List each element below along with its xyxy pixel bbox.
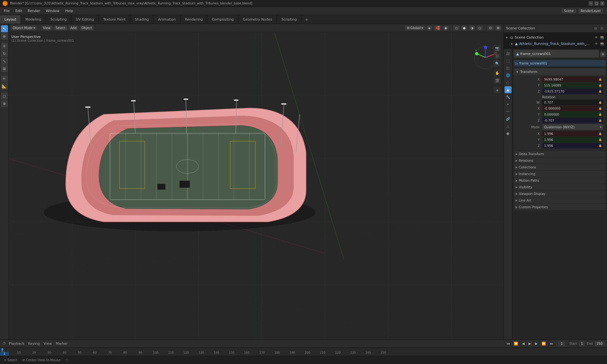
instancing-header[interactable]: ▶ Instancing [514,171,606,177]
tab-add[interactable]: + [302,15,312,24]
object-mode-dropdown[interactable]: Object Mode ▾ [11,26,37,30]
tab-shading[interactable]: Shading [130,15,154,24]
location-y-field[interactable]: 515.16089 🔒 [542,82,603,88]
rotation-mode-dropdown[interactable]: Quaternion (WXYZ) ▾ [542,124,603,130]
add-tool[interactable]: ⊕ [1,100,8,107]
tab-rendering[interactable]: Rendering [181,15,207,24]
render-layer-selector[interactable]: RenderLayer [578,9,603,13]
custom-properties-header[interactable]: ▶ Custom Properties [514,204,606,210]
timeline-ruler[interactable]: 1 10 20 30 40 50 60 70 80 90 100 110 120… [0,348,607,356]
outliner-options-icon[interactable]: ☰ [599,26,604,31]
select-menu[interactable]: Select [54,26,67,30]
cursor-tool[interactable]: ⊕ [1,33,8,40]
location-z-field[interactable]: -1915.37170 🔒 [542,88,603,94]
close-button[interactable]: ✕ [600,1,604,6]
tab-modeling[interactable]: Modeling [21,15,46,24]
viewport-3d[interactable]: User Perspective (1) Scene Collection | … [9,32,503,364]
zoom-btn[interactable]: 🔍 [494,60,501,67]
outliner-scene-item[interactable]: ▶ 🗂 Scene Collection 👁 📸 [504,34,607,40]
object-menu[interactable]: Object [80,26,94,30]
xray-toggle[interactable]: ⊠ [495,26,501,30]
prop-tab-scene[interactable]: 🌐 [505,72,512,79]
scale-z-field[interactable]: 1.996 🔒 [542,143,603,149]
pivot-point[interactable]: ◈ [426,26,432,30]
prop-tab-world[interactable]: ○ [505,79,512,86]
next-keyframe[interactable]: ⏩ [541,342,547,346]
tab-animation[interactable]: Animation [154,15,181,24]
outliner-filter-icon[interactable]: ⊟ [593,26,598,31]
tab-geometry-nodes[interactable]: Geometry Nodes [238,15,277,24]
prop-tab-data[interactable]: △ [505,123,512,130]
move-tool[interactable]: ✛ [1,43,8,50]
scale-tool[interactable]: ⤡ [1,58,8,65]
prop-tab-render[interactable]: 🎥 [505,50,512,57]
annotate-tool[interactable]: ✏ [1,75,8,82]
tab-layout[interactable]: Layout [0,15,21,24]
end-frame-field[interactable]: 250 [595,341,604,346]
prop-tab-view-layer[interactable]: ◫ [505,64,512,71]
prop-tab-constraints[interactable]: 🔗 [505,115,512,122]
rotation-x-field[interactable]: -0.000000 🔒 [542,106,603,111]
object-name-field[interactable]: ▲ frame_screws001 [514,50,599,58]
prop-tab-object[interactable]: ▲ [505,86,512,93]
overlay-toggle[interactable]: ⊡ [487,26,494,30]
measure-tool[interactable]: 📐 [1,83,8,90]
material-shading[interactable]: ◑ [469,26,475,30]
tab-scripting[interactable]: Scripting [277,15,302,24]
view-btn[interactable]: View [43,342,53,346]
camera-view-btn[interactable]: 📷 [494,45,501,52]
select-tool[interactable]: ↖ [1,25,8,32]
prop-tab-output[interactable]: ⬚ [505,57,512,64]
maximize-button[interactable]: □ [594,1,599,6]
menu-render[interactable]: Render [25,8,43,14]
snap-toggle[interactable]: 🧲 [434,26,441,30]
object-props-icon[interactable]: ⚙ [600,52,606,57]
current-frame-field[interactable]: 1 [558,341,565,346]
add-cube-tool[interactable]: ◻ [1,93,8,100]
outliner-object-item[interactable]: ▶ ▲ Athletic_Running_Track_Stadium_with_… [504,40,607,47]
next-frame[interactable]: ▶ [534,342,538,346]
rotation-w-field[interactable]: 0.707 🔒 [542,100,603,105]
delta-transform-header[interactable]: ▶ Delta Transform [514,151,606,157]
perspective-btn[interactable]: ⊡ [494,52,501,59]
tab-texture-paint[interactable]: Texture Paint [99,15,130,24]
prev-frame[interactable]: ◀ [521,342,525,346]
viewport[interactable]: Object Mode ▾ View Select Add Object ⊞ G… [9,24,503,364]
menu-window[interactable]: Window [43,8,62,14]
play-button[interactable]: ▶ [528,342,532,346]
collections-header[interactable]: ▶ Collections [514,164,606,170]
menu-help[interactable]: Help [63,8,76,14]
prev-keyframe[interactable]: ⏪ [513,342,519,346]
transform-header[interactable]: ▼ Transform [514,68,606,75]
line-art-header[interactable]: ▶ Line Art [514,197,606,203]
rotation-z-field[interactable]: -0.707 🔒 [542,118,603,123]
viewport-display-header[interactable]: ▶ Viewport Display [514,191,606,197]
rotation-y-field[interactable]: 0.000000 🔒 [542,112,603,117]
scale-y-field[interactable]: 1.996 🔒 [542,137,603,143]
tab-compositing[interactable]: Compositing [207,15,238,24]
transform-orientation[interactable]: ⊞ Global ▾ [405,26,425,30]
keying-btn[interactable]: Keying [27,342,41,346]
solid-shading[interactable]: ● [461,26,468,30]
tab-uv-editing[interactable]: UV Editing [71,15,99,24]
scene-selector[interactable]: Scene [561,9,576,13]
menu-edit[interactable]: Edit [13,8,24,14]
vis-eye[interactable]: 👁 [594,35,599,40]
scale-x-field[interactable]: 1.996 🔒 [542,131,603,136]
marker-btn[interactable]: Marker [55,342,69,346]
add-menu[interactable]: Add [69,26,78,30]
relations-header[interactable]: ▶ Relations [514,157,606,164]
motion-paths-header[interactable]: ▶ Motion Paths [514,177,606,184]
prop-tab-physics[interactable]: 〜 [505,108,512,115]
prop-tab-modifiers[interactable]: 🔧 [505,94,512,100]
wireframe-shading[interactable]: ◻ [453,26,460,30]
view-menu[interactable]: View [41,26,52,30]
proportional-edit[interactable]: ◉ [443,26,449,30]
location-x-field[interactable]: 9699.98047 🔒 [542,76,603,82]
jump-to-start[interactable]: ⏮ [506,342,511,346]
minimize-button[interactable]: ─ [589,1,593,6]
visibility-header[interactable]: ▶ Visibility [514,184,606,190]
prop-tab-particles[interactable]: ✦ [505,101,512,108]
obj-eye[interactable]: 👁 [594,41,599,46]
obj-render[interactable]: 📸 [599,41,604,46]
